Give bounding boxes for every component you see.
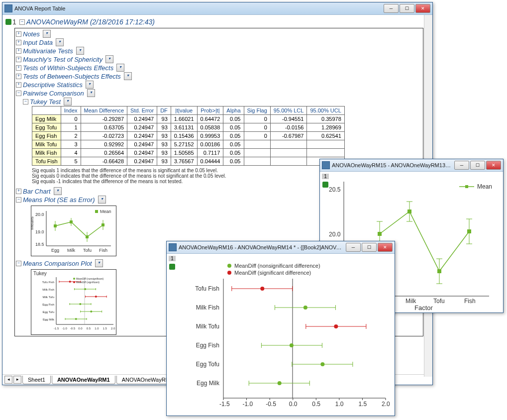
dropdown-icon[interactable]: ▾ (56, 38, 64, 46)
close-button[interactable]: ✕ (486, 161, 501, 170)
dropdown-icon[interactable]: ▾ (105, 55, 113, 63)
collapse-toggle[interactable]: − (16, 197, 21, 203)
expand-toggle[interactable]: + (16, 57, 21, 62)
table-header: Std. Error (127, 106, 157, 115)
svg-text:Milk Fish: Milk Fish (196, 304, 219, 311)
dropdown-icon[interactable]: ▾ (95, 259, 103, 267)
svg-text:1.0: 1.0 (95, 327, 99, 330)
table-header (32, 106, 61, 115)
table-row[interactable]: Egg Tofu10.637050.24947933.611310.058380… (32, 123, 345, 132)
maximize-button[interactable]: ☐ (362, 243, 377, 252)
section-bar-chart[interactable]: Bar Chart (23, 188, 51, 195)
section-descriptive[interactable]: Descriptive Statistics (23, 81, 83, 89)
minimize-button[interactable]: ─ (454, 161, 469, 170)
dropdown-icon[interactable]: ▾ (87, 89, 95, 97)
svg-text:Fish: Fish (99, 248, 107, 253)
svg-text:20.5: 20.5 (329, 186, 341, 193)
table-cell: 0.24947 (127, 140, 157, 149)
table-row[interactable]: Milk Tofu30.929920.24947935.271520.00186… (32, 140, 345, 149)
dropdown-icon[interactable]: ▾ (86, 81, 94, 89)
table-cell: Egg Tofu (32, 123, 61, 132)
dropdown-icon[interactable]: ▾ (98, 196, 106, 204)
svg-text:1.5: 1.5 (358, 401, 367, 408)
comparison-plot-thumbnail[interactable]: Tukey -1.5-1.0-0.50.00.51.01.52.0Tofu Fi… (31, 269, 116, 335)
collapse-toggle[interactable]: − (16, 91, 21, 96)
svg-point-140 (320, 362, 324, 366)
title-bar[interactable]: ANOVAOneWayRM15 - ANOVAOneWayRM13 * - {[… (320, 159, 503, 172)
expand-toggle[interactable]: + (16, 82, 21, 88)
expand-toggle[interactable]: + (16, 189, 21, 194)
minimize-button[interactable]: ─ (346, 243, 361, 252)
collapse-toggle[interactable]: − (19, 19, 25, 25)
table-header: Sig Flag (244, 106, 270, 115)
section-between[interactable]: Tests of Between-Subjects Effects (23, 73, 121, 80)
section-mauchly[interactable]: Mauchly's Test of Sphericity (23, 56, 102, 63)
svg-rect-17 (95, 210, 98, 213)
maximize-button[interactable]: ☐ (470, 161, 485, 170)
table-cell: 0.26564 (81, 149, 127, 157)
svg-text:20.0: 20.0 (35, 212, 44, 217)
table-row[interactable]: Egg Milk0-0.292870.24947931.660210.64472… (32, 115, 345, 123)
table-cell: 0.24947 (127, 132, 157, 140)
title-bar[interactable]: ANOVAOneWayRM16 - ANOVAOneWayRM14 * - {[… (167, 241, 395, 254)
dropdown-icon[interactable]: ▾ (124, 72, 132, 80)
table-header: Mean Difference (81, 106, 127, 115)
svg-text:-1.5: -1.5 (54, 327, 59, 330)
means-plot-thumbnail[interactable]: 20.0 19.0 18.5 Egg Milk Tofu Fish (31, 206, 116, 256)
table-row[interactable]: Tofu Fish5-0.664280.24947933.765670.0444… (32, 157, 345, 166)
svg-text:18.5: 18.5 (35, 242, 44, 247)
table-cell: 0.63705 (81, 123, 127, 132)
dropdown-icon[interactable]: ▾ (43, 30, 51, 38)
sheet-tab-active[interactable]: ANOVAOneWayRM1 (52, 376, 115, 384)
maximize-button[interactable]: ☐ (400, 4, 414, 13)
table-cell: Milk Tofu (32, 140, 61, 149)
table-header: Alpha (223, 106, 244, 115)
report-header: 1 − ANOVAOneWayRM (2/18/2016 17:12:43) (5, 18, 423, 26)
svg-text:MeanDiff (nonsignificant diffe: MeanDiff (nonsignificant difference) (234, 263, 320, 269)
tab-prev-button[interactable]: ◂ (4, 376, 12, 384)
svg-point-55 (90, 311, 92, 313)
section-input-data[interactable]: Input Data (23, 39, 53, 46)
minimize-button[interactable]: ─ (384, 4, 399, 13)
chart-icon (169, 243, 177, 251)
table-cell: -0.94551 (270, 115, 307, 123)
sheet-tab[interactable]: Sheet1 (22, 376, 51, 384)
expand-toggle[interactable]: + (16, 65, 21, 71)
svg-text:Egg Tofu: Egg Tofu (42, 311, 54, 314)
svg-point-40 (84, 288, 86, 290)
section-within[interactable]: Tests of Within-Subjects Effects (23, 64, 113, 72)
expand-toggle[interactable]: + (16, 74, 21, 79)
svg-text:Fish: Fish (464, 298, 476, 305)
collapse-toggle[interactable]: − (23, 99, 28, 105)
table-header: 95.00% UCL (307, 106, 344, 115)
table-cell: 0.35978 (307, 115, 344, 123)
tab-next-button[interactable]: ▸ (13, 376, 21, 384)
table-row[interactable]: Milk Fish40.265640.24947931.505850.71170… (32, 149, 345, 157)
table-row[interactable]: Egg Fish2-0.027230.24947930.154360.99953… (32, 132, 345, 140)
collapse-toggle[interactable]: − (16, 261, 21, 266)
section-tukey[interactable]: Tukey Test (30, 98, 61, 105)
table-header: Prob>|t| (197, 106, 223, 115)
svg-point-145 (278, 381, 282, 385)
expand-toggle[interactable]: + (16, 40, 21, 45)
section-means-plot[interactable]: Means Plot (SE as Error) (23, 196, 95, 204)
section-multivariate[interactable]: Multivariate Tests (23, 47, 73, 55)
expand-toggle[interactable]: + (16, 31, 21, 37)
close-button[interactable]: ✕ (415, 4, 430, 13)
section-notes[interactable]: Notes (23, 30, 40, 38)
dropdown-icon[interactable]: ▾ (64, 98, 72, 105)
svg-point-60 (75, 318, 77, 320)
table-cell: 93 (157, 140, 171, 149)
section-means-comp[interactable]: Means Comparison Plot (23, 260, 92, 267)
section-pairwise[interactable]: Pairwise Comparison (23, 90, 84, 97)
table-header: DF (157, 106, 171, 115)
dropdown-icon[interactable]: ▾ (76, 47, 84, 55)
close-button[interactable]: ✕ (378, 243, 393, 252)
svg-text:2.0: 2.0 (382, 401, 390, 408)
table-cell: 1 (61, 123, 81, 132)
dropdown-icon[interactable]: ▾ (54, 187, 62, 195)
title-bar[interactable]: ANOVA Report Table ─ ☐ ✕ (2, 2, 432, 15)
dropdown-icon[interactable]: ▾ (116, 64, 124, 72)
svg-text:-1.0: -1.0 (243, 401, 253, 408)
expand-toggle[interactable]: + (16, 48, 21, 54)
